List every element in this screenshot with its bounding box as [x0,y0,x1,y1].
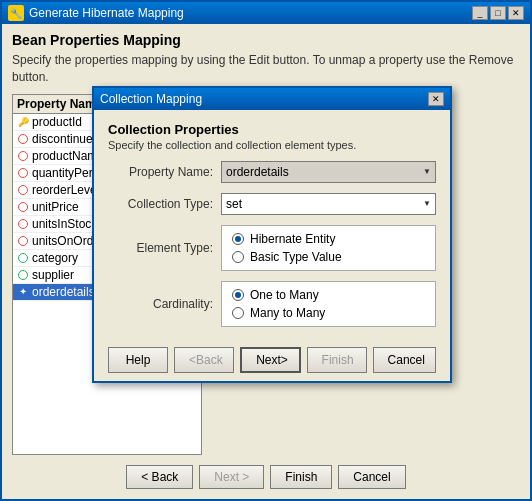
close-button[interactable]: ✕ [508,6,524,20]
outer-finish-button[interactable]: Finish [270,465,332,489]
cardinality-radio-group: One to Many Many to Many [221,281,436,327]
radio-circle [232,289,244,301]
outer-cancel-button[interactable]: Cancel [338,465,405,489]
radio-basic-type-value[interactable]: Basic Type Value [232,250,425,264]
cancel-button[interactable]: Cancel [373,347,436,373]
bottom-buttons: < Back Next > Finish Cancel [12,455,520,489]
back-button[interactable]: <Back [174,347,234,373]
element-type-radio-group: Hibernate Entity Basic Type Value [221,225,436,271]
radio-label: Hibernate Entity [250,232,335,246]
collection-type-row: Collection Type: set ▼ [108,193,436,215]
outer-back-button[interactable]: < Back [126,465,193,489]
window-icon: 🔧 [8,5,24,21]
finish-button[interactable]: Finish [307,347,367,373]
page-desc: Specify the properties mapping by using … [12,52,520,86]
dropdown-arrow-icon: ▼ [423,199,431,208]
modal-page-title: Collection Properties Specify the collec… [108,122,436,151]
element-type-row: Element Type: Hibernate Entity Basic Typ… [108,225,436,271]
outer-titlebar: 🔧 Generate Hibernate Mapping _ □ ✕ [2,2,530,24]
radio-label: Basic Type Value [250,250,342,264]
cardinality-row: Cardinality: One to Many Many to Many [108,281,436,327]
property-name-field[interactable]: orderdetails ▼ [221,161,436,183]
radio-circle [232,251,244,263]
outer-content: Bean Properties Mapping Specify the prop… [2,24,530,499]
element-type-label: Element Type: [108,241,213,255]
property-name-row: Property Name: orderdetails ▼ [108,161,436,183]
radio-circle [232,307,244,319]
circle-icon [17,133,29,145]
radio-circle [232,233,244,245]
property-name-label: Property Name: [108,165,213,179]
star-icon: ✦ [17,286,29,298]
circle-icon [17,150,29,162]
collection-type-label: Collection Type: [108,197,213,211]
radio-many-to-many[interactable]: Many to Many [232,306,425,320]
modal-content: Collection Properties Specify the collec… [94,110,450,339]
circle-icon [17,184,29,196]
window-title: Generate Hibernate Mapping [29,6,184,20]
help-button[interactable]: Help [108,347,168,373]
titlebar-left: 🔧 Generate Hibernate Mapping [8,5,184,21]
main-area: Property Name Prop 🔑productId Intege dis… [12,94,520,455]
circle-icon [17,235,29,247]
modal-buttons: Help <Back Next> Finish Cancel [94,339,450,381]
modal-title: Collection Mapping [100,92,202,106]
cardinality-label: Cardinality: [108,297,213,311]
collection-type-select[interactable]: set ▼ [221,193,436,215]
modal-titlebar: Collection Mapping ✕ [94,88,450,110]
page-title: Bean Properties Mapping [12,32,520,48]
outer-next-button[interactable]: Next > [199,465,264,489]
titlebar-buttons: _ □ ✕ [472,6,524,20]
radio-hibernate-entity[interactable]: Hibernate Entity [232,232,425,246]
key-icon: 🔑 [17,116,29,128]
outer-window: 🔧 Generate Hibernate Mapping _ □ ✕ Bean … [0,0,532,501]
radio-one-to-many[interactable]: One to Many [232,288,425,302]
modal-close-button[interactable]: ✕ [428,92,444,106]
circle-icon [17,252,29,264]
collection-mapping-dialog: Collection Mapping ✕ Collection Properti… [92,86,452,383]
radio-label: Many to Many [250,306,325,320]
dropdown-arrow-icon: ▼ [423,167,431,176]
circle-icon [17,269,29,281]
next-button[interactable]: Next> [240,347,300,373]
maximize-button[interactable]: □ [490,6,506,20]
minimize-button[interactable]: _ [472,6,488,20]
circle-icon [17,201,29,213]
modal-overlay: Collection Mapping ✕ Collection Properti… [92,86,452,456]
circle-icon [17,167,29,179]
circle-icon [17,218,29,230]
radio-label: One to Many [250,288,319,302]
